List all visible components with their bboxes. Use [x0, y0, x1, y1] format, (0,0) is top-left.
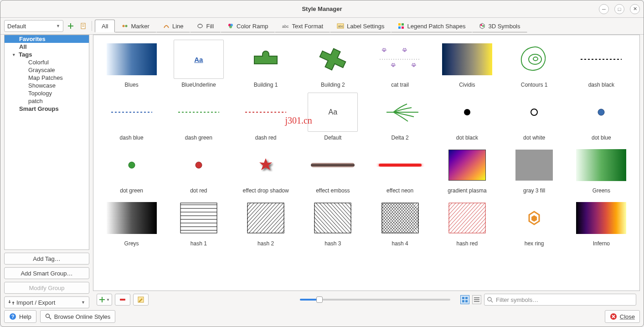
- symbol-item[interactable]: hash 4: [366, 198, 433, 247]
- symbol-label: dash green: [185, 135, 212, 141]
- symbol-item[interactable]: hash red: [433, 198, 500, 247]
- svg-rect-50: [311, 163, 355, 167]
- tab-all[interactable]: All: [95, 20, 115, 32]
- symbol-item[interactable]: hash 1: [165, 198, 232, 247]
- add-smart-group-button[interactable]: Add Smart Group…: [4, 267, 89, 279]
- minimize-button[interactable]: ─: [599, 4, 609, 14]
- symbol-item[interactable]: Delta 2: [366, 93, 433, 141]
- tab-marker[interactable]: Marker: [115, 20, 156, 32]
- svg-rect-13: [402, 23, 404, 26]
- filter-input[interactable]: Filter symbols…: [484, 294, 636, 306]
- symbol-thumbnail: [107, 93, 157, 132]
- tree-tags[interactable]: Tags: [5, 51, 89, 58]
- symbol-item[interactable]: cat trail: [366, 40, 433, 88]
- tab-fill[interactable]: Fill: [190, 20, 221, 32]
- symbol-label: hash 2: [258, 240, 274, 247]
- category-tree[interactable]: Favorites All Tags Colorful Grayscale Ma…: [4, 35, 89, 250]
- svg-text:abc: abc: [282, 24, 289, 29]
- symbol-item[interactable]: dot red: [165, 145, 232, 194]
- svg-point-5: [198, 24, 202, 28]
- symbol-item[interactable]: hash 3: [299, 198, 366, 247]
- symbol-item[interactable]: dash blue: [98, 93, 165, 141]
- symbol-item[interactable]: dot white: [501, 93, 568, 141]
- symbol-item[interactable]: dot green: [98, 145, 165, 194]
- plus-icon: [67, 22, 74, 30]
- symbol-item[interactable]: Greens: [568, 145, 635, 194]
- symbol-item[interactable]: Cividis: [433, 40, 500, 88]
- grid-view-toggle[interactable]: [460, 295, 469, 304]
- add-style-button[interactable]: [65, 21, 76, 31]
- tree-all[interactable]: All: [5, 43, 89, 51]
- symbol-item[interactable]: dash green: [165, 93, 232, 141]
- tab-textformat[interactable]: abcText Format: [275, 20, 330, 32]
- svg-point-33: [412, 63, 413, 64]
- category-tabs: AllMarkerLineFillColor RampabcText Forma…: [95, 20, 527, 32]
- tab-line[interactable]: Line: [156, 20, 191, 32]
- edit-symbol-button[interactable]: [133, 294, 149, 306]
- tree-tag-item[interactable]: Topology: [5, 89, 89, 97]
- symbol-item[interactable]: dash black: [568, 40, 635, 88]
- tree-tag-item[interactable]: Map Patches: [5, 74, 89, 82]
- svg-point-172: [488, 297, 491, 301]
- symbol-grid-container[interactable]: BluesAaBlueUnderlineBuilding 1Building 2…: [93, 35, 640, 291]
- symbol-thumbnail: [576, 145, 626, 185]
- import-export-button[interactable]: Import / Export ▼: [4, 296, 89, 308]
- tree-tag-item[interactable]: patch: [5, 97, 89, 105]
- tab-3dsymbols[interactable]: 3D Symbols: [472, 20, 527, 32]
- symbol-item[interactable]: Inferno: [568, 198, 635, 247]
- svg-point-35: [412, 65, 412, 66]
- symbol-item[interactable]: effect neon: [366, 145, 433, 194]
- symbol-thumbnail: [107, 198, 157, 238]
- tab-legendpatch[interactable]: Legend Patch Shapes: [391, 20, 472, 32]
- symbol-item[interactable]: Contours 1: [501, 40, 568, 88]
- symbol-item[interactable]: Aaj301.cnDefault: [299, 93, 366, 141]
- help-button[interactable]: ? Help: [4, 310, 36, 323]
- symbol-item[interactable]: Building 1: [232, 40, 299, 88]
- maximize-button[interactable]: □: [614, 4, 624, 14]
- add-symbol-button[interactable]: ▼: [97, 294, 112, 306]
- symbol-label: hash 3: [325, 240, 341, 247]
- symbol-item[interactable]: Greys: [98, 198, 165, 247]
- close-window-button[interactable]: ✕: [630, 4, 640, 14]
- browse-online-button[interactable]: Browse Online Styles: [40, 310, 116, 323]
- tree-tag-item[interactable]: Showcase: [5, 82, 89, 89]
- symbol-item[interactable]: gradient plasma: [433, 145, 500, 194]
- symbol-item[interactable]: hash 2: [232, 198, 299, 247]
- symbol-item[interactable]: effect drop shadow: [232, 145, 299, 194]
- symbol-item[interactable]: dot black: [433, 93, 500, 141]
- symbol-item[interactable]: Building 2: [299, 40, 366, 88]
- list-view-toggle[interactable]: [472, 295, 481, 304]
- legendpatch-icon: [398, 23, 404, 29]
- remove-symbol-button[interactable]: [115, 294, 130, 306]
- tab-colorramp[interactable]: Color Ramp: [221, 20, 275, 32]
- symbol-item[interactable]: hex ring: [501, 198, 568, 247]
- symbol-label: Delta 2: [392, 135, 409, 141]
- tree-tag-item[interactable]: Grayscale: [5, 66, 89, 74]
- symbol-item[interactable]: dash red: [232, 93, 299, 141]
- symbol-thumbnail: [375, 145, 425, 185]
- symbol-item[interactable]: effect emboss: [299, 145, 366, 194]
- add-tag-button[interactable]: Add Tag…: [4, 253, 89, 265]
- symbol-item[interactable]: AaBlueUnderline: [165, 40, 232, 88]
- symbol-item[interactable]: dot blue: [568, 93, 635, 141]
- symbol-label: Cividis: [459, 82, 475, 88]
- thumbnail-size-slider[interactable]: [300, 299, 450, 301]
- marker-icon: [122, 23, 128, 29]
- symbol-thumbnail: [375, 93, 425, 132]
- symbol-label: hash 1: [191, 240, 207, 247]
- svg-point-26: [406, 50, 407, 51]
- tree-favorites[interactable]: Favorites: [5, 35, 89, 43]
- symbol-label: dot red: [190, 187, 207, 194]
- tab-labelsettings[interactable]: abcLabel Settings: [330, 20, 391, 32]
- symbol-item[interactable]: Blues: [98, 40, 165, 88]
- tree-tag-item[interactable]: Colorful: [5, 58, 89, 66]
- close-button[interactable]: Close: [605, 310, 640, 323]
- symbol-thumbnail: [107, 40, 157, 79]
- default-style-button[interactable]: [78, 21, 89, 31]
- symbol-thumbnail: [174, 93, 224, 132]
- tree-smart-groups[interactable]: Smart Groups: [5, 105, 89, 113]
- symbol-label: effect emboss: [316, 187, 350, 194]
- symbol-label: dot blue: [592, 135, 611, 141]
- symbol-item[interactable]: gray 3 fill: [501, 145, 568, 194]
- style-select[interactable]: Default ▼: [4, 20, 63, 32]
